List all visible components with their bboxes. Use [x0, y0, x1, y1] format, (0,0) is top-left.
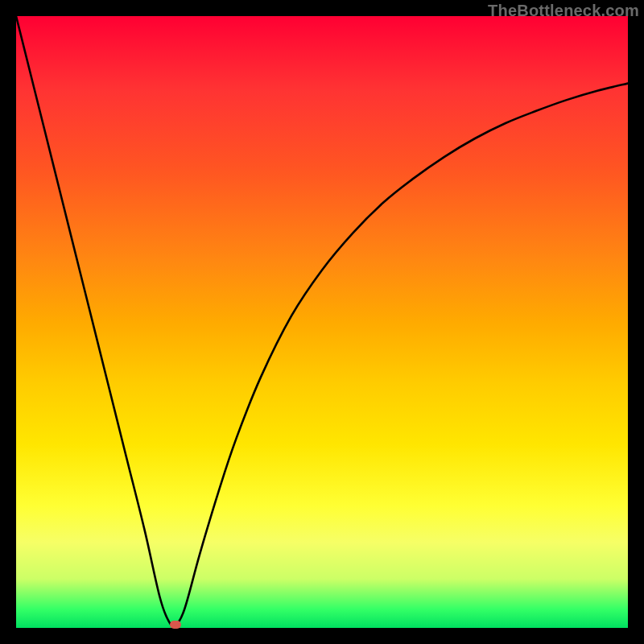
plot-area — [16, 16, 628, 628]
chart-frame: TheBottleneck.com — [0, 0, 644, 644]
watermark-text: TheBottleneck.com — [488, 2, 639, 20]
bottleneck-minimum-marker — [170, 621, 181, 629]
bottleneck-curve — [16, 16, 628, 628]
